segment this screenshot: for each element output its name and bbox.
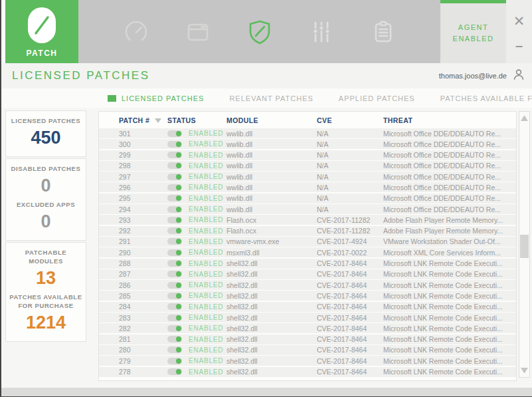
column-cve[interactable]: CVE <box>317 116 383 124</box>
status-toggle[interactable] <box>167 271 182 277</box>
status-toggle[interactable] <box>167 217 182 223</box>
status-toggle[interactable] <box>167 303 182 310</box>
tab-patches-available-for-purchase[interactable]: PATCHES AVAILABLE FOR PURCHASE <box>440 94 532 102</box>
cell-patch-number: 299 <box>119 151 167 159</box>
cell-threat: Microsoft LNK Remote Code Executi... <box>383 259 516 267</box>
column-status[interactable]: STATUS <box>167 116 226 124</box>
table-row[interactable]: 290 ENABLED msxml3.dll CVE-2017-0022 Mic… <box>99 247 516 257</box>
status-toggle[interactable] <box>167 130 182 137</box>
status-toggle[interactable] <box>167 249 182 256</box>
active-tab-marker-icon <box>108 95 116 102</box>
table-row[interactable]: 283 ENABLED shell32.dll CVE-2017-8464 Mi… <box>99 313 516 323</box>
status-label: ENABLED <box>189 281 223 289</box>
cell-threat: Microsoft Office DDE/DDEAUTO Re... <box>383 194 516 202</box>
status-toggle[interactable] <box>167 315 182 321</box>
status-toggle[interactable] <box>167 368 182 375</box>
status-toggle[interactable] <box>167 195 182 201</box>
sliders-icon[interactable] <box>307 17 336 47</box>
table-row[interactable]: 278 ENABLED shell32.dll CVE-2017-8464 Mi… <box>99 367 516 377</box>
cell-threat: Microsoft LNK Remote Code Executi... <box>383 270 516 278</box>
table-row[interactable]: 294 ENABLED wwlib.dll N/A Microsoft Offi… <box>99 204 516 214</box>
table-row[interactable]: 292 ENABLED Flash.ocx CVE-2017-11282 Ado… <box>99 226 516 236</box>
table-row[interactable]: 285 ENABLED shell32.dll CVE-2017-8464 Mi… <box>99 291 516 301</box>
table-row[interactable]: 298 ENABLED wwlib.dll N/A Microsoft Offi… <box>99 161 516 171</box>
status-label: ENABLED <box>189 249 223 256</box>
cell-threat: Microsoft LNK Remote Code Executi... <box>383 281 516 289</box>
status-toggle[interactable] <box>167 325 182 332</box>
status-toggle[interactable] <box>167 346 182 353</box>
tab-applied-patches[interactable]: APPLIED PATCHES <box>339 94 415 102</box>
status-toggle[interactable] <box>167 141 182 148</box>
table-row[interactable]: 297 ENABLED wwlib.dll N/A Microsoft Offi… <box>99 172 516 182</box>
table-row[interactable]: 293 ENABLED Flash.ocx CVE-2017-11282 Ado… <box>99 215 516 225</box>
table-row[interactable]: 287 ENABLED shell32.dll CVE-2017-8464 Mi… <box>99 269 516 279</box>
stat-value: 1214 <box>9 312 83 333</box>
status-toggle[interactable] <box>167 293 182 299</box>
scroll-down-icon[interactable] <box>521 368 528 373</box>
scrollbar-thumb[interactable] <box>520 235 529 258</box>
status-toggle[interactable] <box>167 184 182 191</box>
status-toggle[interactable] <box>167 336 182 342</box>
table-row[interactable]: 280 ENABLED shell32.dll CVE-2017-8464 Mi… <box>99 345 516 355</box>
table-row[interactable]: 284 ENABLED shell32.dll CVE-2017-8464 Mi… <box>99 302 516 312</box>
shield-icon[interactable] <box>245 17 274 47</box>
table-row[interactable]: 286 ENABLED shell32.dll CVE-2017-8464 Mi… <box>99 280 516 290</box>
cell-patch-number: 293 <box>119 216 167 224</box>
status-toggle[interactable] <box>167 206 182 213</box>
tab-licensed-patches[interactable]: LICENSED PATCHES <box>108 94 204 102</box>
cell-cve: N/A <box>317 205 383 213</box>
table-row[interactable]: 288 ENABLED shell32.dll CVE-2017-8464 Mi… <box>99 259 516 269</box>
table-row[interactable]: 300 ENABLED wwlib.dll N/A Microsoft Offi… <box>99 139 516 149</box>
user-icon[interactable] <box>512 68 525 84</box>
clipboard-icon[interactable] <box>369 17 398 47</box>
table-row[interactable]: 282 ENABLED shell32.dll CVE-2017-8464 Mi… <box>99 323 516 333</box>
scroll-up-icon[interactable] <box>521 116 528 121</box>
cell-module: shell32.dll <box>226 325 317 332</box>
cell-cve: CVE-2017-8464 <box>317 303 383 311</box>
minimize-icon[interactable]: – <box>506 39 532 52</box>
status-toggle[interactable] <box>167 358 182 364</box>
cell-patch-number: 285 <box>119 292 167 300</box>
table-scrollbar[interactable] <box>519 111 530 378</box>
cell-threat: Microsoft LNK Remote Code Executi... <box>383 325 516 332</box>
table-row[interactable]: 301 ENABLED wwlib.dll N/A Microsoft Offi… <box>99 128 516 138</box>
gauge-icon[interactable] <box>122 17 151 47</box>
sort-descending-icon[interactable] <box>155 118 161 123</box>
column-patch-number[interactable]: PATCH # <box>119 116 167 124</box>
page-title: LICENSED PATCHES <box>12 69 150 82</box>
status-toggle[interactable] <box>167 227 182 234</box>
nav-tab-patch[interactable]: PATCH <box>5 0 78 63</box>
user-email: thomas.joos@live.de <box>439 72 507 80</box>
table-row[interactable]: 296 ENABLED wwlib.dll N/A Microsoft Offi… <box>99 182 516 192</box>
cell-status: ENABLED <box>167 195 226 202</box>
cell-module: shell32.dll <box>226 314 317 322</box>
stat-label: PATCHES AVAILABLE FOR PURCHASE <box>9 293 83 310</box>
tab-bar: LICENSED PATCHES RELEVANT PATCHES APPLIE… <box>1 88 532 108</box>
column-threat[interactable]: THREAT <box>383 116 516 124</box>
status-toggle[interactable] <box>167 238 182 245</box>
agent-enabled-button[interactable]: AGENT ENABLED <box>440 0 506 63</box>
tab-relevant-patches[interactable]: RELEVANT PATCHES <box>229 94 313 102</box>
cell-threat: Microsoft LNK Remote Code Executi... <box>383 357 516 365</box>
table-row[interactable]: 281 ENABLED shell32.dll CVE-2017-8464 Mi… <box>99 334 516 344</box>
toolbar <box>78 0 440 63</box>
close-icon[interactable]: ✕ <box>506 12 532 31</box>
table-row[interactable]: 291 ENABLED vmware-vmx.exe CVE-2017-4924… <box>99 237 516 247</box>
table-row[interactable]: 299 ENABLED wwlib.dll N/A Microsoft Offi… <box>99 150 516 160</box>
stat-value: 0 <box>9 175 83 196</box>
browser-icon[interactable] <box>183 17 213 47</box>
cell-patch-number: 280 <box>119 346 167 354</box>
column-module[interactable]: MODULE <box>226 116 317 124</box>
table-row[interactable]: 295 ENABLED wwlib.dll N/A Microsoft Offi… <box>99 194 516 203</box>
user-area: thomas.joos@live.de <box>439 68 525 84</box>
table-row[interactable]: 279 ENABLED shell32.dll CVE-2017-8464 Mi… <box>99 356 516 366</box>
status-toggle[interactable] <box>167 162 182 169</box>
cell-patch-number: 290 <box>119 249 167 257</box>
status-toggle[interactable] <box>167 282 182 289</box>
cell-status: ENABLED <box>167 346 226 354</box>
status-toggle[interactable] <box>167 174 182 180</box>
status-toggle[interactable] <box>167 260 182 267</box>
status-toggle[interactable] <box>167 152 182 158</box>
cell-patch-number: 288 <box>119 259 167 267</box>
cell-patch-number: 283 <box>119 314 167 322</box>
